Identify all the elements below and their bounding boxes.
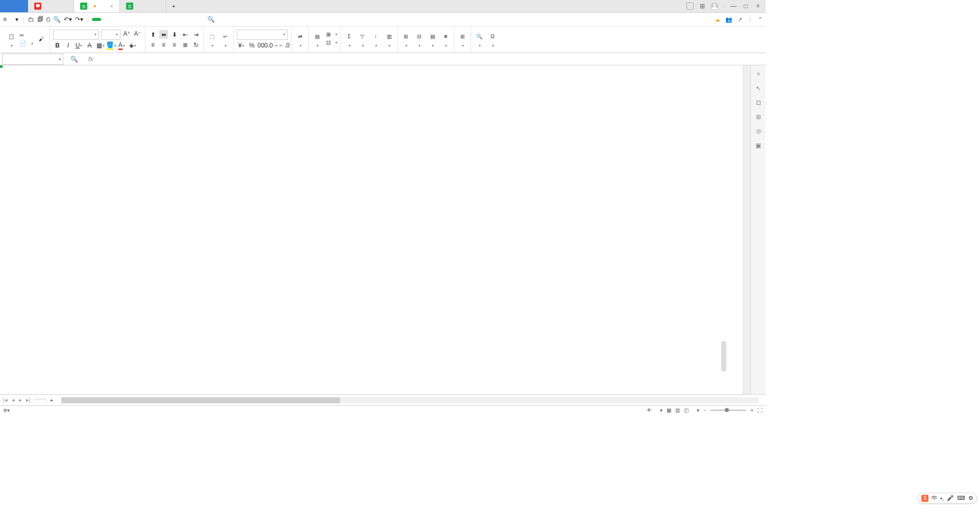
sheet-tab[interactable] <box>35 399 46 401</box>
horizontal-scrollbar[interactable] <box>61 397 758 403</box>
badge-icon[interactable] <box>687 3 694 10</box>
font-name-select[interactable]: ▾ <box>53 30 99 40</box>
indent-dec-icon[interactable]: ⇤ <box>181 30 189 39</box>
minimize-icon[interactable]: — <box>730 3 737 10</box>
save-as-icon[interactable]: 🗐 <box>37 16 43 23</box>
view-normal-icon[interactable]: ▦ <box>667 407 671 413</box>
rtab-formula[interactable] <box>122 18 132 21</box>
new-tab-button[interactable]: + <box>166 0 181 12</box>
align-middle-icon[interactable]: ⬌ <box>159 30 168 39</box>
cell-button[interactable]: ⊞▾ <box>401 31 411 48</box>
status-ready-icon[interactable]: ⊕▾ <box>3 407 10 413</box>
find-button[interactable]: 🔍▾ <box>474 31 484 48</box>
tab-home[interactable] <box>0 0 28 12</box>
format-painter-button[interactable]: 🖌 <box>36 34 46 45</box>
rtab-insert[interactable] <box>102 18 111 21</box>
filter-button[interactable]: ▽▾ <box>357 31 368 48</box>
align-justify-icon[interactable]: ≣ <box>181 40 189 49</box>
sidepanel-location-icon[interactable]: ◎ <box>756 128 761 135</box>
undo-icon[interactable]: ↶▾ <box>64 16 72 23</box>
zoom-slider[interactable] <box>710 409 746 411</box>
paste-button[interactable]: 📋▾ <box>6 31 16 48</box>
orientation-icon[interactable]: ↻ <box>191 40 200 49</box>
view-pagelayout-icon[interactable]: ▥ <box>675 407 680 413</box>
decrease-font-icon[interactable]: A⁻ <box>133 30 142 38</box>
rtab-start[interactable] <box>92 18 101 21</box>
name-box[interactable]: ▾ <box>2 54 63 65</box>
inc-decimal-icon[interactable]: .0→ <box>269 41 278 50</box>
eye-mode-icon[interactable]: 👁 <box>647 407 652 413</box>
indent-inc-icon[interactable]: ⇥ <box>191 30 200 39</box>
apps-icon[interactable]: ⊞ <box>699 3 706 10</box>
sheet-next-icon[interactable]: ▸ <box>19 397 22 403</box>
formula-input[interactable] <box>98 54 766 65</box>
cell-style-button[interactable]: ⊡ ▾ <box>326 39 337 46</box>
fill-color-icon[interactable]: 🪣▾ <box>107 41 115 50</box>
align-center-icon[interactable]: ≡ <box>159 40 168 49</box>
bold-icon[interactable]: B <box>53 41 62 50</box>
share-button[interactable]: ↗ <box>738 16 742 23</box>
increase-font-icon[interactable]: A⁺ <box>122 30 131 38</box>
close-window-icon[interactable]: × <box>754 3 762 10</box>
user-avatar-icon[interactable] <box>711 3 718 10</box>
type-convert-button[interactable]: ⇄▾ <box>295 31 305 48</box>
cond-format-button[interactable]: ▤▾ <box>312 31 322 48</box>
sum-button[interactable]: Σ▾ <box>344 31 354 48</box>
copy-button[interactable]: 📄 ▾ <box>19 40 33 47</box>
print-icon[interactable]: ⎙ <box>46 16 50 23</box>
tab-file-2[interactable]: S <box>120 0 166 12</box>
rtab-data[interactable] <box>133 18 142 21</box>
sheet-first-icon[interactable]: |◂ <box>3 397 8 403</box>
sheet-last-icon[interactable]: ▸| <box>26 397 31 403</box>
sheet-prev-icon[interactable]: ◂ <box>12 397 15 403</box>
redo-icon[interactable]: ↷▾ <box>75 16 83 23</box>
rowcol-button[interactable]: ⊟▾ <box>414 31 424 48</box>
wrap-button[interactable]: ↩▾ <box>220 31 230 48</box>
percent-icon[interactable]: % <box>248 41 256 50</box>
freeze-button[interactable]: ❄▾ <box>440 31 451 48</box>
fill-button[interactable]: ▥▾ <box>384 31 394 48</box>
table-tools-button[interactable]: ⊞▾ <box>457 31 468 48</box>
zoom-in-icon[interactable]: + <box>750 407 753 413</box>
hamburger-icon[interactable]: ≡ <box>3 16 10 23</box>
rtab-newtab[interactable] <box>153 18 162 21</box>
print-preview-icon[interactable]: 🔍 <box>53 16 61 23</box>
underline-icon[interactable]: U▾ <box>75 41 83 50</box>
fill-handle[interactable] <box>0 65 3 68</box>
fullscreen-icon[interactable]: ⛶ <box>757 407 763 413</box>
italic-icon[interactable]: I <box>64 41 72 50</box>
tab-file-1[interactable]: S • × <box>74 0 120 12</box>
maximize-icon[interactable]: □ <box>742 3 749 10</box>
fx-icon[interactable]: fx <box>83 56 98 63</box>
number-format-select[interactable]: ▾ <box>237 30 288 40</box>
sidepanel-select-icon[interactable]: ↖ <box>756 85 761 92</box>
rtab-dev[interactable] <box>174 18 183 21</box>
rtab-layout[interactable] <box>112 18 121 21</box>
cut-button[interactable]: ✂ <box>19 32 33 39</box>
align-left-icon[interactable]: ≡ <box>149 40 157 49</box>
grid[interactable] <box>0 65 743 394</box>
sidepanel-tool-icon[interactable]: ⊞ <box>756 113 761 120</box>
more-icon[interactable]: ⋮ <box>747 16 753 23</box>
coop-button[interactable]: 👥 <box>725 16 732 23</box>
sort-button[interactable]: ↕▾ <box>371 31 381 48</box>
close-tab-icon[interactable]: × <box>110 3 113 9</box>
file-menu[interactable]: ▾ <box>11 16 21 23</box>
align-bottom-icon[interactable]: ⬇ <box>170 30 179 39</box>
fx-search-icon[interactable]: 🔍 <box>65 56 83 63</box>
zoom-out-icon[interactable]: − <box>703 407 706 413</box>
align-right-icon[interactable]: ≡ <box>170 40 179 49</box>
dec-decimal-icon[interactable]: ←.0 <box>280 41 288 50</box>
rtab-review[interactable] <box>143 18 152 21</box>
unsaved-indicator[interactable]: ☁ <box>715 16 720 23</box>
align-top-icon[interactable]: ⬆ <box>149 30 157 39</box>
sidepanel-backup-icon[interactable]: ▣ <box>755 142 761 149</box>
add-sheet-icon[interactable]: + <box>50 397 53 403</box>
vertical-scrollbar[interactable] <box>743 65 750 394</box>
border-icon[interactable]: ▦▾ <box>96 41 105 50</box>
symbol-button[interactable]: Ω▾ <box>487 31 498 48</box>
currency-icon[interactable]: ¥▾ <box>237 41 246 50</box>
font-color-icon[interactable]: A▾ <box>117 41 126 50</box>
save-icon[interactable]: 🗀 <box>28 16 34 23</box>
clear-format-icon[interactable]: ◈▾ <box>128 41 137 50</box>
